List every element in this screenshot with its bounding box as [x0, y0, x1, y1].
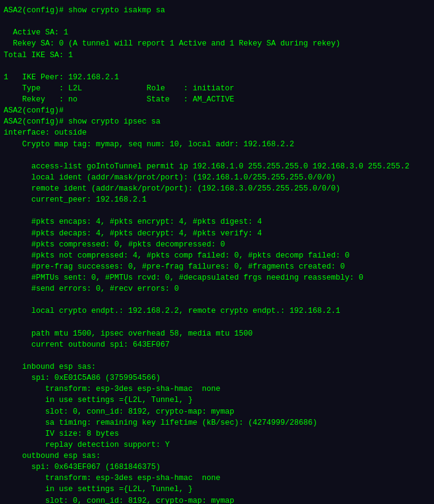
terminal-output: ASA2(config)# show crypto isakmp sa Acti… [4, 5, 430, 504]
line35: transform: esp-3des esp-sha-hmac none [4, 385, 221, 393]
line1: ASA2(config)# show crypto isakmp sa [4, 6, 165, 15]
line17: remote ident (addr/mask/prot/port): (192… [4, 184, 341, 193]
line11: ASA2(config)# show crypto ipsec sa [4, 117, 160, 126]
line31: current outbound spi: 643EF067 [4, 341, 170, 349]
line18: current_peer: 192.168.2.1 [4, 195, 147, 204]
line24: #pre-frag successes: 0, #pre-frag failur… [4, 262, 345, 271]
line30: path mtu 1500, ipsec overhead 58, media … [4, 329, 253, 338]
line41: outbound esp sas: [4, 452, 101, 460]
line25: #PMTUs sent: 0, #PMTUs rcvd: 0, #decapsu… [4, 274, 363, 282]
line28: local crypto endpt.: 192.168.2.2, remote… [4, 307, 341, 315]
line10: ASA2(config)# [4, 106, 64, 115]
line8: Type : L2L Role : initiator [4, 84, 234, 93]
line44: in use settings ={L2L, Tunnel, } [4, 485, 193, 494]
line12: interface: outside [4, 128, 87, 137]
line38: sa timing: remaining key lifetime (kB/se… [4, 419, 317, 427]
line13: Crypto map tag: mymap, seq num: 10, loca… [4, 140, 294, 149]
line45: slot: 0, conn_id: 8192, crypto-map: myma… [4, 497, 234, 505]
line34: spi: 0xE01C5A86 (3759954566) [4, 374, 160, 382]
line5: Total IKE SA: 1 [4, 51, 73, 60]
line7: 1 IKE Peer: 192.168.2.1 [4, 73, 119, 82]
line36: in use settings ={L2L, Tunnel, } [4, 396, 193, 404]
line39: IV size: 8 bytes [4, 430, 119, 438]
terminal-window: ASA2(config)# show crypto isakmp sa Acti… [0, 0, 434, 504]
line40: replay detection support: Y [4, 441, 170, 449]
line20: #pkts encaps: 4, #pkts encrypt: 4, #pkts… [4, 218, 262, 226]
line37: slot: 0, conn_id: 8192, crypto-map: myma… [4, 408, 234, 416]
line16: local ident (addr/mask/prot/port): (192.… [4, 173, 336, 182]
line33: inbound esp sas: [4, 363, 96, 371]
line23: #pkts not compressed: 4, #pkts comp fail… [4, 251, 350, 260]
line26: #send errors: 0, #recv errors: 0 [4, 285, 179, 293]
line3: Active SA: 1 [4, 28, 68, 37]
line21: #pkts decaps: 4, #pkts decrypt: 4, #pkts… [4, 229, 262, 238]
line43: transform: esp-3des esp-sha-hmac none [4, 474, 221, 482]
line15: access-list goIntoTunnel permit ip 192.1… [4, 162, 409, 171]
line4: Rekey SA: 0 (A tunnel will report 1 Acti… [4, 39, 341, 48]
line9: Rekey : no State : AM_ACTIVE [4, 95, 234, 104]
line22: #pkts compressed: 0, #pkts decompressed:… [4, 240, 225, 249]
line42: spi: 0x643EF067 (1681846375) [4, 463, 160, 471]
